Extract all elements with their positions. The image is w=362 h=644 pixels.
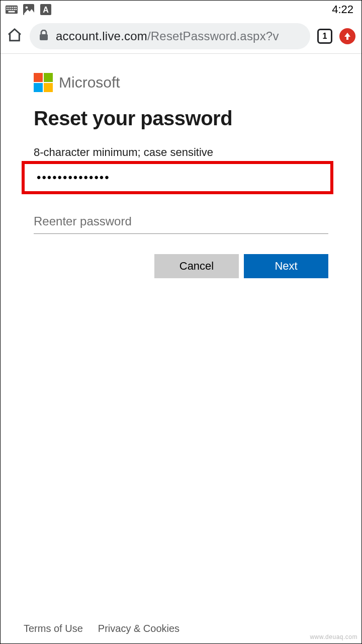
svg-rect-10 <box>12 9 13 10</box>
watermark: www.deuaq.com <box>310 633 357 640</box>
keyboard-icon <box>6 5 18 15</box>
svg-text:A: A <box>43 6 49 14</box>
svg-rect-11 <box>14 9 15 10</box>
password-field-container <box>22 161 333 194</box>
password-input[interactable] <box>37 171 318 185</box>
browser-toolbar: account.live.com/ResetPassword.aspx?v 1 <box>1 19 361 54</box>
address-bar[interactable]: account.live.com/ResetPassword.aspx?v <box>30 23 310 49</box>
reenter-field-container <box>34 214 328 234</box>
brand-name: Microsoft <box>59 74 120 91</box>
svg-rect-7 <box>7 9 8 10</box>
password-field-highlight <box>22 161 333 194</box>
brand-header: Microsoft <box>34 73 328 92</box>
microsoft-logo-icon <box>34 73 53 92</box>
cancel-button[interactable]: Cancel <box>154 254 239 278</box>
reenter-password-input[interactable] <box>34 214 328 228</box>
privacy-link[interactable]: Privacy & Cookies <box>98 623 179 634</box>
password-hint: 8-character minimum; case sensitive <box>34 146 328 159</box>
svg-rect-1 <box>7 7 8 8</box>
svg-rect-18 <box>40 34 48 40</box>
svg-rect-8 <box>9 9 10 10</box>
svg-rect-3 <box>10 7 11 8</box>
svg-rect-2 <box>9 7 10 8</box>
home-icon[interactable] <box>7 27 23 45</box>
page-title: Reset your password <box>34 107 328 130</box>
footer: Terms of Use Privacy & Cookies <box>1 616 361 641</box>
svg-rect-9 <box>10 9 11 10</box>
svg-rect-4 <box>12 7 13 8</box>
svg-rect-6 <box>16 7 17 8</box>
lock-icon <box>39 30 49 43</box>
tab-count: 1 <box>323 32 327 41</box>
image-icon <box>23 5 35 15</box>
update-icon[interactable] <box>339 28 355 44</box>
status-bar: A 4:22 <box>1 1 361 19</box>
button-row: Cancel Next <box>34 254 328 278</box>
status-time: 4:22 <box>332 3 356 16</box>
svg-point-15 <box>26 7 28 9</box>
page-content: Microsoft Reset your password 8-characte… <box>1 54 361 278</box>
svg-rect-12 <box>16 9 17 10</box>
svg-rect-13 <box>9 11 15 13</box>
terms-link[interactable]: Terms of Use <box>24 623 83 634</box>
address-domain: account.live.com <box>56 29 147 43</box>
svg-rect-5 <box>14 7 15 8</box>
status-icons: A <box>6 5 52 15</box>
address-text: account.live.com/ResetPassword.aspx?v <box>56 29 279 43</box>
next-button[interactable]: Next <box>244 254 328 278</box>
tabs-button[interactable]: 1 <box>317 29 332 44</box>
address-path: /ResetPassword.aspx?v <box>147 29 279 43</box>
font-icon: A <box>40 5 52 15</box>
